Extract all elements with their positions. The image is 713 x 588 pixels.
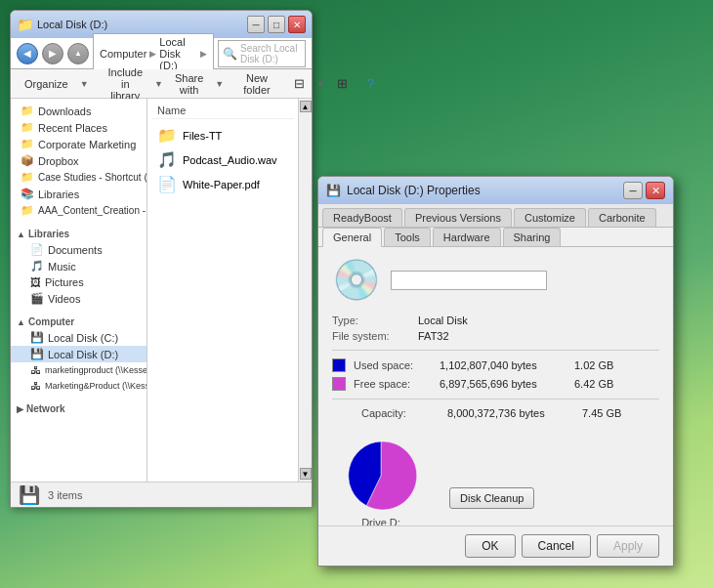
apply-button[interactable]: Apply [597, 534, 659, 558]
toolbar-arrow-3: ▼ [215, 79, 224, 89]
divider-1 [332, 350, 659, 351]
sidebar-item-drive-c[interactable]: 💾 Local Disk (C:) [11, 329, 147, 346]
capacity-bytes: 8,000,372,736 bytes [447, 407, 574, 419]
explorer-title: Local Disk (D:) [37, 19, 107, 30]
toolbar-arrow-1: ▼ [80, 79, 89, 89]
properties-dialog: 💾 Local Disk (D:) Properties ─ ✕ ReadyBo… [317, 176, 674, 567]
help-button[interactable]: ? [359, 74, 382, 93]
status-drive-icon: 💾 [19, 484, 40, 506]
sidebar-item-drive-d[interactable]: 💾 Local Disk (D:) [11, 346, 147, 362]
drive-large-icon: 💿 [332, 257, 381, 303]
libraries-label: Libraries [38, 189, 79, 200]
tab-customize-label: Customize [524, 212, 575, 224]
free-space-row: Free space: 6,897,565,696 bytes 6.42 GB [332, 377, 659, 391]
used-space-row: Used space: 1,102,807,040 bytes 1.02 GB [332, 358, 659, 372]
dialog-minimize-button[interactable]: ─ [623, 182, 643, 199]
music-label: Music [48, 261, 76, 273]
new-folder-button[interactable]: New folder [235, 70, 278, 98]
aaa-content-icon: 📁 [21, 204, 34, 217]
dialog-footer: OK Cancel Apply [318, 525, 673, 566]
tab-sharing[interactable]: Sharing [503, 228, 562, 246]
dialog-close-button[interactable]: ✕ [646, 182, 665, 199]
scroll-down[interactable]: ▼ [300, 468, 312, 480]
sidebar-item-corporate-marketing[interactable]: 📁 Corporate Marketing [11, 136, 147, 152]
disk-cleanup-button[interactable]: Disk Cleanup [449, 487, 534, 509]
drive-name-input[interactable] [391, 271, 547, 290]
whitepaper-icon: 📄 [157, 175, 177, 193]
search-box[interactable]: 🔍 Search Local Disk (D:) [218, 40, 306, 67]
downloads-label: Downloads [38, 105, 91, 117]
case-studies-icon: 📁 [21, 171, 34, 184]
dropbox-icon: 📦 [21, 154, 34, 167]
downloads-icon: 📁 [21, 105, 34, 117]
drive-c-icon: 💾 [30, 331, 44, 344]
pie-chart [332, 435, 430, 513]
include-in-library-button[interactable]: Include in library [101, 64, 150, 104]
capacity-label: Capacity: [361, 407, 440, 419]
sidebar-section-libraries[interactable]: ▲ Libraries [11, 225, 147, 241]
tab-previous-versions[interactable]: Previous Versions [404, 208, 512, 227]
fs-value: FAT32 [418, 330, 449, 342]
tab-hardware-label: Hardware [443, 231, 490, 243]
dialog-body: 💿 Type: Local Disk File system: FAT32 Us… [318, 247, 673, 525]
share-with-button[interactable]: Share with [167, 70, 211, 98]
preview-button[interactable]: ⊞ [329, 74, 356, 93]
drive-c-label: Local Disk (C:) [48, 332, 118, 344]
minimize-button[interactable]: ─ [247, 16, 265, 33]
sidebar-section-network[interactable]: ▶ Network [11, 399, 147, 416]
sidebar-item-marketing-y[interactable]: 🖧 marketingproduct (\\Kessel) (Y:) [11, 362, 147, 378]
recent-places-icon: 📁 [21, 121, 34, 134]
sidebar-item-downloads[interactable]: 📁 Downloads [11, 103, 147, 119]
music-icon: 🎵 [30, 260, 44, 273]
capacity-row: Capacity: 8,000,372,736 bytes 7.45 GB [332, 407, 659, 419]
sidebar-item-aaa-content[interactable]: 📁 AAA_Content_Creation - Shortcut [11, 202, 147, 219]
sidebar-section-computer[interactable]: ▲ Computer [11, 313, 147, 329]
sidebar-item-marketing-z[interactable]: 🖧 Marketing&Product (\\Kessel) (Z:) [11, 378, 147, 394]
sidebar-item-pictures[interactable]: 🖼 Pictures [11, 274, 147, 290]
tab-readyboost[interactable]: ReadyBoost [322, 208, 402, 227]
libraries-icon: 📚 [21, 188, 34, 200]
tab-previous-versions-label: Previous Versions [415, 212, 501, 224]
network-section-label: Network [26, 403, 64, 414]
drive-d-icon: 💾 [30, 348, 44, 360]
file-item-whitepaper[interactable]: 📄 White-Paper.pdf [151, 172, 294, 196]
used-space-bytes: 1,102,807,040 bytes [440, 359, 566, 371]
fs-label: File system: [332, 330, 410, 342]
libraries-section-arrow: ▲ [17, 230, 25, 239]
cancel-button[interactable]: Cancel [522, 534, 591, 558]
path-computer: Computer [100, 48, 147, 60]
maximize-button[interactable]: □ [268, 16, 285, 33]
free-space-gb: 6.42 GB [574, 378, 613, 390]
tab-hardware[interactable]: Hardware [433, 228, 501, 246]
pictures-icon: 🖼 [30, 276, 41, 288]
forward-button[interactable]: ▶ [42, 43, 63, 64]
toolbar: Organize ▼ Include in library ▼ Share wi… [11, 69, 312, 99]
tab-customize[interactable]: Customize [514, 208, 586, 227]
pictures-label: Pictures [45, 276, 84, 288]
sidebar-item-videos[interactable]: 🎬 Videos [11, 290, 147, 307]
tab-general[interactable]: General [322, 228, 382, 247]
scroll-up[interactable]: ▲ [300, 101, 312, 112]
address-bar: ◀ ▶ ▲ Computer ▶ Local Disk (D:) ▶ 🔍 Sea… [11, 38, 312, 69]
view-options-button[interactable]: ⊟ [286, 74, 313, 93]
sidebar-item-music[interactable]: 🎵 Music [11, 258, 147, 274]
sidebar-item-documents[interactable]: 📄 Documents [11, 241, 147, 258]
sidebar-item-dropbox[interactable]: 📦 Dropbox [11, 152, 147, 169]
sidebar-item-case-studies[interactable]: 📁 Case Studies - Shortcut (2) [11, 169, 147, 186]
back-button[interactable]: ◀ [17, 43, 38, 64]
organize-button[interactable]: Organize [17, 76, 76, 92]
sidebar-item-libraries[interactable]: 📚 Libraries [11, 186, 147, 202]
file-item-podcast[interactable]: 🎵 Podcast_Audio.wav [151, 147, 294, 172]
ok-button[interactable]: OK [465, 534, 515, 558]
view-arrow: ▼ [316, 79, 325, 89]
close-button[interactable]: ✕ [288, 16, 306, 33]
tab-carbonite[interactable]: Carbonite [588, 208, 656, 227]
free-space-label: Free space: [354, 378, 432, 390]
marketing-y-icon: 🖧 [30, 364, 41, 376]
sidebar-item-recent-places[interactable]: 📁 Recent Places [11, 119, 147, 136]
sidebar-scrollbar[interactable]: ▲ ▼ [298, 99, 312, 482]
tab-tools[interactable]: Tools [384, 228, 431, 246]
up-button[interactable]: ▲ [67, 43, 89, 64]
search-placeholder: Search Local Disk (D:) [240, 43, 301, 64]
file-item-files-tt[interactable]: 📁 Files-TT [151, 123, 294, 147]
